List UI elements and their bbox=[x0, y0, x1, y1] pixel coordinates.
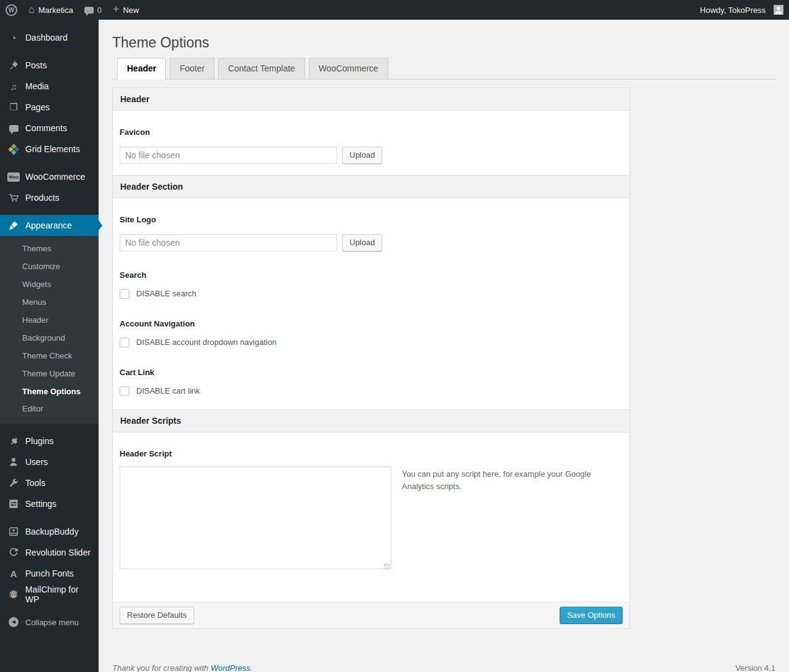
collapse-menu-button[interactable]: ◀ Collapse menu bbox=[0, 612, 99, 633]
new-content-menu[interactable]: + New bbox=[107, 0, 145, 20]
submenu-item-background[interactable]: Background bbox=[0, 330, 99, 347]
submenu-item-widgets[interactable]: Widgets bbox=[0, 276, 99, 294]
site-logo-file-row: Upload bbox=[120, 234, 623, 262]
collapse-arrow-icon: ◀ bbox=[7, 617, 20, 627]
submenu-item-menus[interactable]: Menus bbox=[0, 294, 99, 312]
wordpress-logo-icon: W bbox=[6, 4, 17, 16]
tab-woocommerce[interactable]: WooCommerce bbox=[309, 58, 388, 79]
submenu-item-theme-update[interactable]: Theme Update bbox=[0, 365, 99, 383]
site-logo-upload-button[interactable]: Upload bbox=[342, 234, 382, 251]
favicon-upload-button[interactable]: Upload bbox=[342, 147, 382, 164]
plug-icon bbox=[7, 435, 20, 447]
user-icon bbox=[7, 456, 20, 468]
site-menu[interactable]: ⌂ Marketica bbox=[23, 0, 79, 20]
cart-link-label: Cart Link bbox=[120, 356, 623, 377]
sidebar-item-woocommerce[interactable]: Woo WooCommerce bbox=[0, 166, 99, 187]
sidebar-item-backupbuddy[interactable]: BackupBuddy bbox=[0, 521, 99, 542]
header-script-row: You can put any script here, for example… bbox=[120, 466, 623, 602]
mailchimp-monkey-icon bbox=[7, 589, 20, 600]
menu-separator bbox=[0, 424, 99, 431]
site-logo-label: Site Logo bbox=[120, 198, 623, 224]
submenu-item-header[interactable]: Header bbox=[0, 312, 99, 330]
disable-cart-link-checkbox[interactable] bbox=[120, 386, 129, 396]
wrench-icon bbox=[7, 477, 20, 488]
sidebar-item-dashboard[interactable]: ◔ Dashboard bbox=[0, 27, 99, 48]
submenu-item-theme-check[interactable]: Theme Check bbox=[0, 347, 99, 365]
submenu-item-theme-options[interactable]: Theme Options bbox=[0, 383, 99, 401]
sidebar-item-appearance[interactable]: Appearance bbox=[0, 215, 99, 236]
sidebar-item-label: Plugins bbox=[25, 436, 54, 446]
howdy-text: Howdy, TokoPress bbox=[700, 6, 766, 15]
header-script-help-text: You can put any script here, for example… bbox=[402, 466, 594, 493]
sidebar-item-tools[interactable]: Tools bbox=[0, 472, 99, 493]
favicon-file-row: Upload bbox=[120, 147, 623, 175]
wordpress-link[interactable]: WordPress bbox=[211, 663, 250, 672]
sidebar-item-label: MailChimp for WP bbox=[25, 585, 94, 604]
submenu-item-editor[interactable]: Editor bbox=[0, 400, 99, 418]
sidebar-item-media[interactable]: ♫ Media bbox=[0, 76, 99, 97]
sidebar-item-comments[interactable]: Comments bbox=[0, 118, 99, 139]
disable-account-nav-row: DISABLE account dropdown navigation bbox=[120, 338, 623, 356]
version-text: Version 4.1 bbox=[735, 663, 775, 672]
cart-icon bbox=[7, 192, 20, 203]
tab-contact-template[interactable]: Contact Template bbox=[218, 58, 305, 79]
sidebar-item-pages[interactable]: ❐ Pages bbox=[0, 97, 99, 118]
disable-account-nav-checkbox[interactable] bbox=[120, 338, 129, 347]
pages-icon: ❐ bbox=[7, 102, 20, 113]
section-header: Header bbox=[113, 88, 629, 111]
save-options-button[interactable]: Save Options bbox=[560, 607, 623, 624]
tab-header[interactable]: Header bbox=[117, 58, 166, 79]
grid-elements-icon bbox=[7, 145, 20, 153]
favicon-label: Favicon bbox=[120, 111, 623, 137]
tab-bar: HeaderFooterContact TemplateWooCommerce bbox=[112, 58, 777, 79]
disable-search-checkbox[interactable] bbox=[120, 289, 129, 299]
restore-defaults-button[interactable]: Restore Defaults bbox=[120, 607, 194, 624]
site-logo-file-input[interactable] bbox=[120, 234, 337, 251]
favicon-file-input[interactable] bbox=[120, 147, 337, 164]
admin-sidebar: ◔ Dashboard Posts ♫ Media ❐ Pages Commen… bbox=[0, 20, 99, 672]
collapse-menu-label: Collapse menu bbox=[25, 618, 79, 627]
menu-separator bbox=[0, 208, 99, 215]
avatar bbox=[774, 5, 783, 15]
account-menu[interactable]: Howdy, TokoPress bbox=[695, 0, 789, 20]
header-script-label: Header Script bbox=[120, 432, 623, 458]
active-menu-arrow bbox=[99, 221, 102, 230]
sidebar-item-label: Comments bbox=[25, 123, 67, 133]
section-header-scripts: Header Scripts bbox=[113, 409, 629, 432]
sidebar-item-grid-elements[interactable]: Grid Elements bbox=[0, 139, 99, 160]
woocommerce-icon: Woo bbox=[7, 172, 20, 182]
submenu-item-themes[interactable]: Themes bbox=[0, 240, 99, 258]
sidebar-item-mailchimp[interactable]: MailChimp for WP bbox=[0, 584, 99, 605]
pushpin-icon bbox=[7, 60, 20, 71]
tab-footer[interactable]: Footer bbox=[170, 58, 214, 79]
new-label: New bbox=[123, 6, 139, 15]
sidebar-item-products[interactable]: Products bbox=[0, 187, 99, 208]
panel-footer: Restore Defaults Save Options bbox=[113, 602, 629, 628]
section-header-title: Header bbox=[120, 94, 149, 104]
sidebar-item-revolution-slider[interactable]: Revolution Slider bbox=[0, 542, 99, 563]
comments-menu[interactable]: 0 bbox=[79, 0, 107, 20]
section-header-section: Header Section bbox=[113, 175, 629, 198]
admin-bar-left: W ⌂ Marketica 0 + New bbox=[0, 0, 144, 20]
sidebar-item-label: Punch Fonts bbox=[25, 569, 74, 578]
sliders-icon bbox=[7, 498, 20, 509]
sidebar-item-posts[interactable]: Posts bbox=[0, 55, 99, 76]
sidebar-item-label: WooCommerce bbox=[25, 172, 85, 182]
disable-search-label: DISABLE search bbox=[136, 289, 197, 298]
menu-separator bbox=[0, 48, 99, 55]
sidebar-item-plugins[interactable]: Plugins bbox=[0, 431, 99, 451]
submenu-item-customize[interactable]: Customize bbox=[0, 258, 99, 276]
sidebar-item-users[interactable]: Users bbox=[0, 451, 99, 472]
header-section-title: Header Section bbox=[120, 182, 183, 192]
page-footer: Thank you for creating with WordPress. V… bbox=[112, 663, 630, 672]
sidebar-item-label: Products bbox=[25, 193, 59, 203]
sidebar-item-label: BackupBuddy bbox=[25, 527, 78, 536]
main-content: Theme Options HeaderFooterContact Templa… bbox=[99, 0, 789, 672]
wp-logo-menu[interactable]: W bbox=[0, 0, 23, 20]
sidebar-item-settings[interactable]: Settings bbox=[0, 493, 99, 514]
comment-bubble-icon bbox=[84, 7, 94, 14]
sync-arrows-icon bbox=[7, 547, 20, 558]
header-scripts-fields: Header Script You can put any script her… bbox=[113, 432, 629, 602]
header-script-textarea[interactable] bbox=[120, 466, 391, 569]
sidebar-item-punch-fonts[interactable]: A Punch Fonts bbox=[0, 563, 99, 584]
